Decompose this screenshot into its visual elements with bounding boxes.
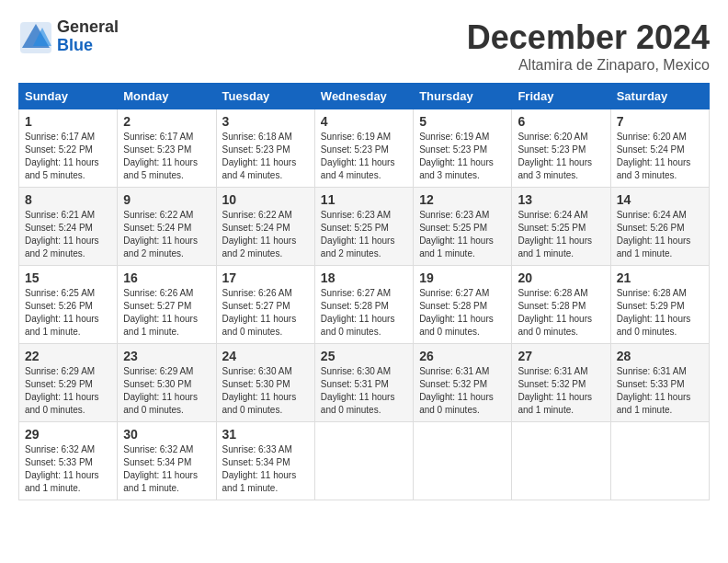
day-info: Sunrise: 6:22 AMSunset: 5:24 PMDaylight:…	[222, 209, 309, 260]
logo-icon	[18, 20, 53, 55]
calendar-cell	[512, 422, 610, 500]
calendar-cell: 5Sunrise: 6:19 AMSunset: 5:23 PMDaylight…	[414, 109, 512, 188]
calendar-week-row: 29Sunrise: 6:32 AMSunset: 5:33 PMDayligh…	[19, 422, 710, 500]
day-info: Sunrise: 6:25 AMSunset: 5:26 PMDaylight:…	[25, 287, 111, 339]
calendar-cell: 27Sunrise: 6:31 AMSunset: 5:32 PMDayligh…	[512, 344, 610, 422]
day-info: Sunrise: 6:31 AMSunset: 5:33 PMDaylight:…	[617, 365, 703, 417]
day-number: 28	[617, 349, 703, 363]
calendar-cell: 26Sunrise: 6:31 AMSunset: 5:32 PMDayligh…	[414, 344, 512, 422]
calendar-cell: 6Sunrise: 6:20 AMSunset: 5:23 PMDaylight…	[512, 109, 610, 188]
calendar-cell: 12Sunrise: 6:23 AMSunset: 5:25 PMDayligh…	[414, 188, 512, 266]
day-number: 4	[321, 114, 407, 129]
day-info: Sunrise: 6:32 AMSunset: 5:34 PMDaylight:…	[123, 443, 210, 495]
day-info: Sunrise: 6:20 AMSunset: 5:23 PMDaylight:…	[518, 131, 604, 182]
calendar-cell: 15Sunrise: 6:25 AMSunset: 5:26 PMDayligh…	[19, 266, 118, 344]
day-number: 14	[617, 192, 703, 207]
calendar-cell: 23Sunrise: 6:29 AMSunset: 5:30 PMDayligh…	[118, 344, 216, 422]
calendar-header-row: SundayMondayTuesdayWednesdayThursdayFrid…	[19, 84, 710, 109]
calendar-week-row: 22Sunrise: 6:29 AMSunset: 5:29 PMDayligh…	[19, 344, 710, 422]
day-info: Sunrise: 6:27 AMSunset: 5:28 PMDaylight:…	[419, 287, 506, 339]
day-info: Sunrise: 6:22 AMSunset: 5:24 PMDaylight:…	[123, 209, 210, 260]
day-number: 24	[222, 349, 309, 363]
day-info: Sunrise: 6:17 AMSunset: 5:23 PMDaylight:…	[123, 131, 210, 182]
day-number: 20	[518, 270, 604, 285]
calendar-cell: 7Sunrise: 6:20 AMSunset: 5:24 PMDaylight…	[610, 109, 709, 188]
day-number: 19	[419, 270, 506, 285]
day-info: Sunrise: 6:19 AMSunset: 5:23 PMDaylight:…	[419, 131, 506, 182]
calendar-cell: 2Sunrise: 6:17 AMSunset: 5:23 PMDaylight…	[118, 109, 216, 188]
column-header-tuesday: Tuesday	[216, 84, 314, 109]
day-info: Sunrise: 6:29 AMSunset: 5:30 PMDaylight:…	[123, 365, 210, 417]
day-info: Sunrise: 6:24 AMSunset: 5:25 PMDaylight:…	[518, 209, 604, 260]
day-number: 3	[222, 114, 309, 129]
day-number: 16	[123, 270, 210, 285]
title-block: December 2024 Altamira de Zinaparo, Mexi…	[467, 18, 710, 74]
day-number: 22	[25, 349, 111, 363]
calendar-cell: 29Sunrise: 6:32 AMSunset: 5:33 PMDayligh…	[19, 422, 118, 500]
location-subtitle: Altamira de Zinaparo, Mexico	[467, 57, 710, 74]
day-number: 9	[123, 192, 210, 207]
day-info: Sunrise: 6:30 AMSunset: 5:31 PMDaylight:…	[321, 365, 407, 417]
day-number: 26	[419, 349, 506, 363]
calendar-cell	[610, 422, 709, 500]
day-number: 15	[25, 270, 111, 285]
page-header: General Blue December 2024 Altamira de Z…	[18, 18, 710, 74]
calendar-cell: 24Sunrise: 6:30 AMSunset: 5:30 PMDayligh…	[216, 344, 314, 422]
day-info: Sunrise: 6:31 AMSunset: 5:32 PMDaylight:…	[419, 365, 506, 417]
calendar-cell: 11Sunrise: 6:23 AMSunset: 5:25 PMDayligh…	[314, 188, 413, 266]
logo: General Blue	[18, 18, 119, 55]
day-number: 10	[222, 192, 309, 207]
calendar-cell	[414, 422, 512, 500]
day-number: 23	[123, 349, 210, 363]
calendar-week-row: 15Sunrise: 6:25 AMSunset: 5:26 PMDayligh…	[19, 266, 710, 344]
column-header-wednesday: Wednesday	[314, 84, 413, 109]
calendar-cell: 31Sunrise: 6:33 AMSunset: 5:34 PMDayligh…	[216, 422, 314, 500]
column-header-thursday: Thursday	[414, 84, 512, 109]
calendar-cell: 30Sunrise: 6:32 AMSunset: 5:34 PMDayligh…	[118, 422, 216, 500]
calendar-cell: 8Sunrise: 6:21 AMSunset: 5:24 PMDaylight…	[19, 188, 118, 266]
column-header-sunday: Sunday	[19, 84, 118, 109]
logo-general: General	[57, 18, 119, 37]
day-info: Sunrise: 6:26 AMSunset: 5:27 PMDaylight:…	[222, 287, 309, 339]
day-number: 11	[321, 192, 407, 207]
day-number: 17	[222, 270, 309, 285]
day-info: Sunrise: 6:23 AMSunset: 5:25 PMDaylight:…	[321, 209, 407, 260]
calendar-cell: 25Sunrise: 6:30 AMSunset: 5:31 PMDayligh…	[314, 344, 413, 422]
calendar-week-row: 8Sunrise: 6:21 AMSunset: 5:24 PMDaylight…	[19, 188, 710, 266]
day-number: 29	[25, 427, 111, 442]
day-info: Sunrise: 6:32 AMSunset: 5:33 PMDaylight:…	[25, 443, 111, 495]
logo-text: General Blue	[57, 18, 119, 55]
day-number: 13	[518, 192, 604, 207]
day-info: Sunrise: 6:31 AMSunset: 5:32 PMDaylight:…	[518, 365, 604, 417]
day-number: 2	[123, 114, 210, 129]
day-number: 30	[123, 427, 210, 442]
calendar-cell: 19Sunrise: 6:27 AMSunset: 5:28 PMDayligh…	[414, 266, 512, 344]
day-info: Sunrise: 6:20 AMSunset: 5:24 PMDaylight:…	[617, 131, 703, 182]
calendar-cell: 10Sunrise: 6:22 AMSunset: 5:24 PMDayligh…	[216, 188, 314, 266]
day-info: Sunrise: 6:29 AMSunset: 5:29 PMDaylight:…	[25, 365, 111, 417]
calendar-cell: 4Sunrise: 6:19 AMSunset: 5:23 PMDaylight…	[314, 109, 413, 188]
day-number: 12	[419, 192, 506, 207]
day-info: Sunrise: 6:28 AMSunset: 5:29 PMDaylight:…	[617, 287, 703, 339]
day-number: 27	[518, 349, 604, 363]
day-info: Sunrise: 6:30 AMSunset: 5:30 PMDaylight:…	[222, 365, 309, 417]
day-number: 21	[617, 270, 703, 285]
calendar-cell: 17Sunrise: 6:26 AMSunset: 5:27 PMDayligh…	[216, 266, 314, 344]
day-number: 5	[419, 114, 506, 129]
day-info: Sunrise: 6:21 AMSunset: 5:24 PMDaylight:…	[25, 209, 111, 260]
day-info: Sunrise: 6:23 AMSunset: 5:25 PMDaylight:…	[419, 209, 506, 260]
calendar-cell: 13Sunrise: 6:24 AMSunset: 5:25 PMDayligh…	[512, 188, 610, 266]
day-number: 6	[518, 114, 604, 129]
day-info: Sunrise: 6:27 AMSunset: 5:28 PMDaylight:…	[321, 287, 407, 339]
calendar-week-row: 1Sunrise: 6:17 AMSunset: 5:22 PMDaylight…	[19, 109, 710, 188]
column-header-friday: Friday	[512, 84, 610, 109]
calendar-cell: 16Sunrise: 6:26 AMSunset: 5:27 PMDayligh…	[118, 266, 216, 344]
calendar-cell	[314, 422, 413, 500]
calendar-table: SundayMondayTuesdayWednesdayThursdayFrid…	[18, 83, 710, 500]
day-info: Sunrise: 6:26 AMSunset: 5:27 PMDaylight:…	[123, 287, 210, 339]
calendar-cell: 22Sunrise: 6:29 AMSunset: 5:29 PMDayligh…	[19, 344, 118, 422]
day-info: Sunrise: 6:19 AMSunset: 5:23 PMDaylight:…	[321, 131, 407, 182]
logo-blue: Blue	[57, 37, 119, 55]
day-number: 7	[617, 114, 703, 129]
calendar-cell: 3Sunrise: 6:18 AMSunset: 5:23 PMDaylight…	[216, 109, 314, 188]
